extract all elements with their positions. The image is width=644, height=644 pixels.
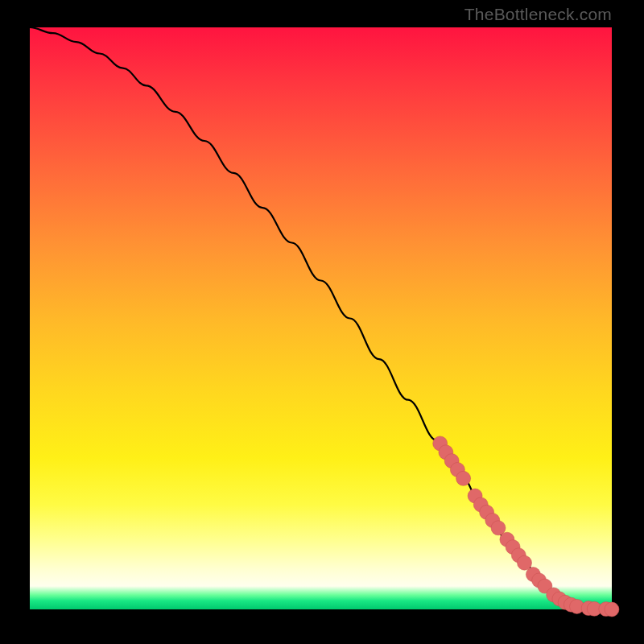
plot-area — [30, 27, 612, 609]
curve-svg — [30, 27, 612, 609]
data-marker — [518, 555, 532, 570]
data-marker — [491, 521, 506, 535]
attribution-text: TheBottleneck.com — [464, 5, 612, 24]
marker-group — [433, 436, 619, 617]
data-marker — [456, 471, 471, 485]
bottleneck-curve — [30, 27, 612, 609]
data-marker — [605, 602, 619, 617]
chart-frame: TheBottleneck.com — [0, 0, 644, 644]
